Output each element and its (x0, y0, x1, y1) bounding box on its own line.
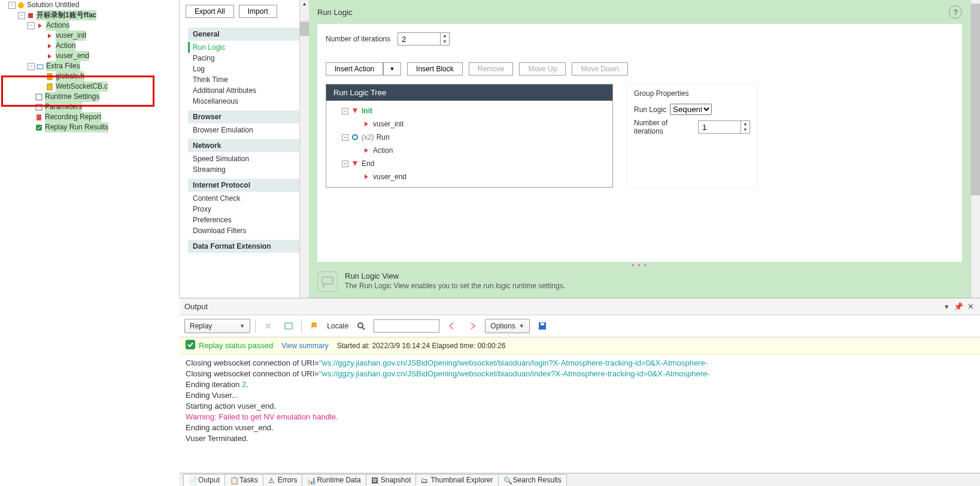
help-icon[interactable]: ? (949, 5, 962, 19)
svg-rect-4 (47, 84, 52, 90)
spin-up-icon[interactable]: ▲ (741, 121, 750, 127)
rl-end-child[interactable]: vuser_end (329, 170, 610, 183)
output-console[interactable]: Closing websocket connection of URI="ws:… (180, 354, 980, 480)
iterations-spinner[interactable]: ▲▼ (398, 32, 450, 46)
collapse-icon[interactable]: − (342, 134, 348, 141)
toggle-wrap-icon[interactable] (281, 319, 296, 333)
tab-output[interactable]: 📄Output (183, 474, 225, 486)
svg-rect-6 (36, 104, 42, 110)
rl-init-label: Init (362, 107, 372, 115)
gp-iterations-input[interactable] (699, 121, 741, 133)
spin-up-icon[interactable]: ▲ (441, 33, 449, 39)
cat-ip-header: Internet Protocol (188, 179, 299, 192)
speech-bubble-icon (317, 271, 338, 292)
runtime-settings-icon (35, 93, 43, 101)
cat-proxy[interactable]: Proxy (188, 204, 299, 215)
tab-errors[interactable]: ⚠Errors (263, 474, 303, 486)
rl-run-child[interactable]: Action (329, 144, 610, 157)
extra-files-label: Extra Files (46, 61, 80, 71)
rts-category-list[interactable]: General Run Logic Pacing Log Think Time … (180, 23, 299, 298)
tree-root[interactable]: − Solution Untitled (0, 0, 179, 10)
rl-end-child-label: vuser_end (373, 173, 406, 181)
spin-down-icon[interactable]: ▼ (741, 127, 750, 133)
insert-block-button[interactable]: Insert Block (407, 62, 463, 76)
tab-thumbnail-explorer[interactable]: 🗂Thumbnail Explorer (415, 474, 498, 486)
action-label: vuser_init (56, 31, 86, 41)
tree-extra-files[interactable]: − Extra Files (0, 61, 179, 71)
output-filter-combo[interactable]: Replay▼ (184, 319, 250, 333)
export-all-button[interactable]: Export All (186, 5, 234, 18)
spin-down-icon[interactable]: ▼ (441, 39, 449, 45)
tab-tasks[interactable]: 📋Tasks (224, 474, 263, 486)
cat-speed-simulation[interactable]: Speed Simulation (188, 153, 299, 164)
resize-grip[interactable]: • • • (317, 262, 962, 268)
action-icon (362, 173, 371, 181)
output-search-input[interactable] (374, 319, 439, 333)
import-button[interactable]: Import (239, 5, 277, 18)
cat-preferences[interactable]: Preferences (188, 215, 299, 225)
rts-sidebar-scrollbar[interactable]: ▲ (299, 0, 309, 298)
tree-action-item[interactable]: vuser_end (0, 51, 179, 61)
cat-browser-emulation[interactable]: Browser Emulation (188, 125, 299, 135)
cat-content-check[interactable]: Content Check (188, 193, 299, 204)
tree-parameters[interactable]: Parameters (0, 102, 179, 112)
expand-icon[interactable]: − (8, 2, 16, 9)
replay-results-icon (35, 123, 43, 132)
pin-icon[interactable]: 📌 (954, 302, 963, 312)
cat-pacing[interactable]: Pacing (188, 53, 299, 64)
cat-think-time[interactable]: Think Time (188, 74, 299, 85)
rl-run[interactable]: − (x2) Run (329, 131, 610, 144)
cat-streaming[interactable]: Streaming (188, 164, 299, 175)
rl-init[interactable]: − Init (329, 104, 610, 117)
output-toolbar: Replay▼ Locate Options▼ (180, 315, 980, 337)
output-status-bar: Replay status passed View summary Starte… (180, 337, 980, 354)
locate-flag-icon[interactable] (307, 319, 322, 333)
cat-log[interactable]: Log (188, 64, 299, 74)
next-result-icon[interactable] (465, 319, 480, 333)
rl-end[interactable]: − End (329, 157, 610, 170)
tree-replay-results[interactable]: Replay Run Results (0, 122, 179, 132)
save-icon[interactable] (535, 319, 550, 333)
search-icon[interactable] (353, 319, 369, 333)
rl-run-child-label: Action (373, 146, 393, 155)
tree-action-item[interactable]: Action (0, 41, 179, 51)
tree-action-item[interactable]: vuser_init (0, 31, 179, 41)
cat-download-filters[interactable]: Download Filters (188, 225, 299, 236)
cat-additional-attributes[interactable]: Additional Attributes (188, 85, 299, 96)
rl-init-child[interactable]: vuser_init (329, 117, 610, 131)
tab-runtime-data[interactable]: 📊Runtime Data (302, 474, 366, 486)
prev-result-icon[interactable] (444, 319, 460, 333)
tab-snapshot[interactable]: 🖼Snapshot (366, 474, 417, 486)
cat-dfe-header: Data Format Extension (188, 240, 299, 253)
window-menu-icon[interactable]: ▾ (942, 302, 951, 312)
insert-action-button[interactable]: Insert Action (326, 62, 383, 76)
svg-rect-2 (37, 65, 43, 69)
rts-title: Run Logic (317, 8, 353, 17)
close-icon[interactable]: ✕ (966, 302, 975, 312)
expand-icon[interactable]: − (28, 22, 35, 29)
view-summary-link[interactable]: View summary (281, 342, 328, 350)
down-arrow-icon (351, 159, 359, 168)
collapse-icon[interactable]: − (342, 161, 348, 167)
output-options-combo[interactable]: Options▼ (485, 319, 529, 333)
tree-runtime-settings[interactable]: Runtime Settings (0, 92, 179, 102)
tree-recording-report[interactable]: Recording Report (0, 112, 179, 122)
expand-icon[interactable]: − (28, 63, 35, 70)
tree-actions[interactable]: − Actions (0, 20, 179, 31)
cat-miscellaneous[interactable]: Miscellaneous (188, 96, 299, 107)
gp-runlogic-select[interactable]: Sequential (670, 104, 712, 115)
expand-icon[interactable]: − (18, 12, 25, 19)
gp-iterations-spinner[interactable]: ▲▼ (698, 120, 750, 134)
tab-search-results[interactable]: 🔍Search Results (498, 474, 567, 486)
rts-main-scrollbar[interactable] (970, 0, 980, 298)
cat-run-logic[interactable]: Run Logic (188, 42, 299, 53)
tree-file-item[interactable]: globals.h (0, 71, 179, 81)
collapse-icon[interactable]: − (342, 108, 348, 114)
iterations-input[interactable] (398, 33, 440, 45)
insert-action-dropdown[interactable]: ▼ (383, 62, 401, 76)
cat-general-header: General (188, 28, 299, 41)
tree-script[interactable]: − 开标录制1账号ffac (0, 10, 179, 20)
script-icon (26, 11, 35, 20)
svg-rect-8 (36, 125, 42, 131)
tree-file-item[interactable]: WebSocketCB.c (0, 81, 179, 92)
